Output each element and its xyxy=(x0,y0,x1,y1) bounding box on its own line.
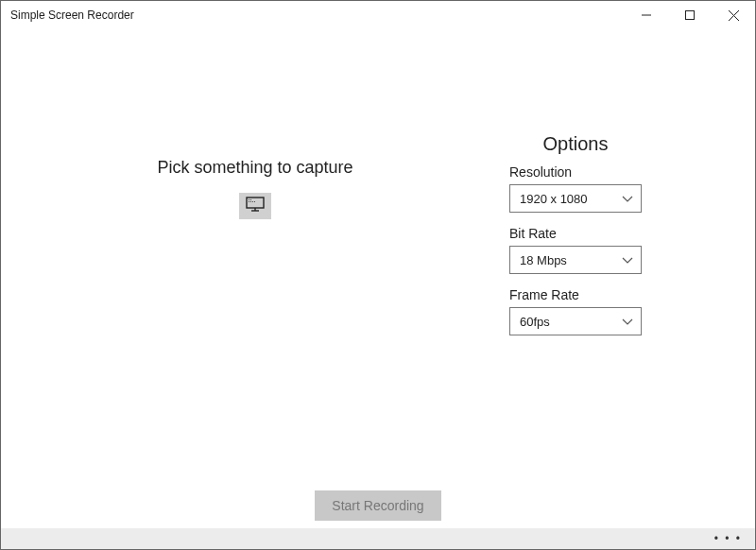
svg-rect-1 xyxy=(686,11,695,20)
framerate-value: 60fps xyxy=(520,315,550,329)
minimize-button[interactable] xyxy=(625,1,668,29)
titlebar: Simple Screen Recorder xyxy=(1,1,755,29)
bitrate-label: Bit Rate xyxy=(509,226,557,241)
options-heading: Options xyxy=(543,133,609,155)
chevron-down-icon xyxy=(622,192,633,206)
bitrate-select[interactable]: 18 Mbps xyxy=(509,246,642,274)
framerate-select[interactable]: 60fps xyxy=(509,307,642,335)
resolution-label: Resolution xyxy=(509,164,572,180)
options-pane: Options Resolution 1920 x 1080 Bit Rate … xyxy=(509,133,755,483)
main-content: Pick something to capture Options Resolu… xyxy=(1,29,755,483)
monitor-icon xyxy=(246,197,265,215)
chevron-down-icon xyxy=(622,253,633,267)
resolution-value: 1920 x 1080 xyxy=(520,192,588,206)
chevron-down-icon xyxy=(622,315,633,329)
close-button[interactable] xyxy=(712,1,755,29)
maximize-button[interactable] xyxy=(668,1,712,29)
svg-rect-4 xyxy=(247,198,264,208)
framerate-label: Frame Rate xyxy=(509,287,579,302)
start-recording-button[interactable]: Start Recording xyxy=(315,490,440,521)
resolution-select[interactable]: 1920 x 1080 xyxy=(509,184,642,213)
bitrate-value: 18 Mbps xyxy=(520,253,567,267)
capture-pane: Pick something to capture xyxy=(1,133,509,483)
more-icon[interactable]: • • • xyxy=(714,532,742,545)
pick-something-label: Pick something to capture xyxy=(157,158,352,178)
footer: Start Recording xyxy=(1,490,755,521)
status-bar: • • • xyxy=(1,528,755,549)
capture-source-button[interactable] xyxy=(239,193,271,219)
window-title: Simple Screen Recorder xyxy=(10,9,134,22)
